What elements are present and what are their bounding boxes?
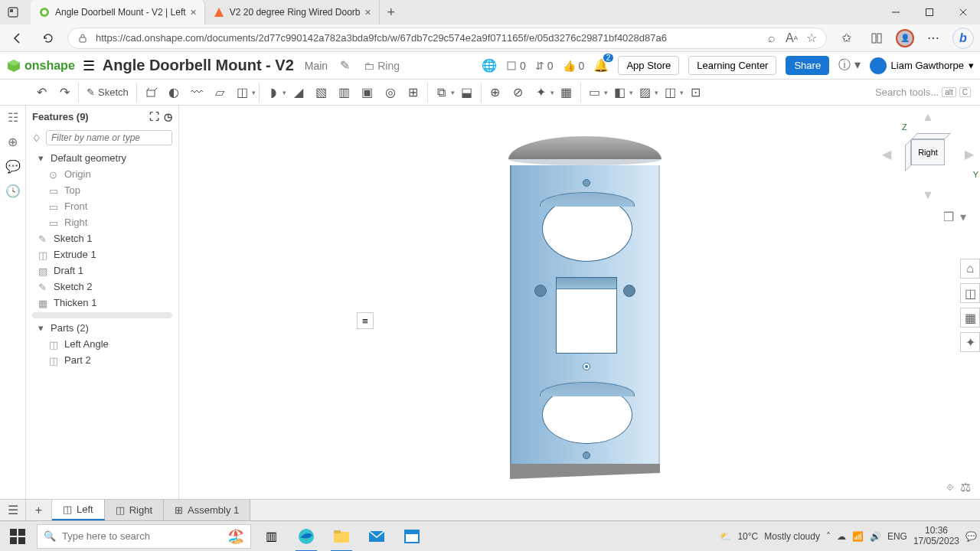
- likes-count[interactable]: 👍0: [563, 60, 585, 72]
- learning-center-button[interactable]: Learning Center: [688, 56, 776, 75]
- maximize-button[interactable]: [913, 0, 946, 24]
- 3d-viewport[interactable]: ≡ ▲ ◀ ▶ ▼: [179, 106, 980, 499]
- frame-icon[interactable]: ⊡: [685, 83, 707, 103]
- feature-tree-icon[interactable]: ☷: [5, 109, 21, 126]
- hole-icon[interactable]: ◎: [380, 83, 401, 103]
- part-tab-left[interactable]: ◫Left: [52, 500, 105, 520]
- move-face-icon[interactable]: ▦: [556, 83, 577, 103]
- section-icon[interactable]: ◧: [609, 83, 631, 103]
- back-button[interactable]: [6, 27, 29, 50]
- bing-button[interactable]: b: [952, 28, 974, 49]
- tab-manager-button[interactable]: ☰: [0, 500, 26, 520]
- side-tool-4[interactable]: ✦: [960, 332, 980, 352]
- filter-input[interactable]: [46, 130, 172, 145]
- collapse-panel-button[interactable]: ≡: [357, 312, 374, 329]
- weather-icon[interactable]: ⛅: [720, 531, 731, 542]
- feature-extrude1[interactable]: ◫Extrude 1: [26, 246, 178, 262]
- links-count[interactable]: ⇵0: [535, 60, 554, 72]
- clock[interactable]: 10:36 17/05/2023: [913, 526, 959, 546]
- draft-icon[interactable]: ▧: [311, 83, 332, 103]
- comment-icon[interactable]: 💬: [5, 158, 21, 174]
- folder-tag[interactable]: 🗀 Ring: [364, 60, 400, 72]
- wifi-icon[interactable]: 📶: [852, 531, 864, 542]
- profile-icon[interactable]: 👤: [896, 29, 914, 47]
- feature-sketch1[interactable]: ✎Sketch 1: [26, 230, 178, 246]
- default-geometry-group[interactable]: ▾ Default geometry: [26, 150, 178, 166]
- expand-icon[interactable]: ⛶: [149, 111, 159, 122]
- rollback-icon[interactable]: ◷: [164, 111, 172, 122]
- parts-group[interactable]: ▾ Parts (2): [26, 320, 178, 336]
- units-icon[interactable]: ⟐: [946, 480, 954, 494]
- extrude-icon[interactable]: [140, 83, 162, 103]
- transform-icon[interactable]: ⊕: [485, 83, 506, 103]
- tray-chevron-icon[interactable]: ˄: [826, 531, 831, 542]
- edge-app-icon[interactable]: [291, 521, 322, 552]
- part-2[interactable]: ◫Part 2: [26, 352, 178, 368]
- address-bar[interactable]: https://cad.onshape.com/documents/2d77c9…: [67, 28, 827, 49]
- start-button[interactable]: [3, 522, 32, 551]
- side-tool-3[interactable]: ▦: [960, 308, 980, 328]
- rename-icon[interactable]: ✎: [340, 58, 350, 73]
- close-window-button[interactable]: [946, 0, 980, 24]
- view-menu-icon[interactable]: ▾: [960, 210, 966, 224]
- front-plane-item[interactable]: ▭Front: [26, 198, 178, 214]
- side-tool-2[interactable]: ◫: [960, 283, 980, 303]
- measure-icon[interactable]: ⚖: [960, 480, 971, 494]
- feature-thicken1[interactable]: ▦Thicken 1: [26, 295, 178, 311]
- refresh-button[interactable]: [37, 27, 60, 50]
- explorer-app-icon[interactable]: [326, 521, 357, 552]
- action-center-icon[interactable]: 💬: [965, 531, 977, 542]
- redo-button[interactable]: ↷: [54, 83, 75, 103]
- right-plane-item[interactable]: ▭Right: [26, 214, 178, 230]
- user-menu[interactable]: Liam Gawthorpe ▾: [870, 57, 974, 74]
- rib-icon[interactable]: ▥: [334, 83, 355, 103]
- boolean-icon[interactable]: ⧉: [431, 83, 452, 103]
- sweep-icon[interactable]: 〰: [186, 83, 207, 103]
- rollback-bar[interactable]: [32, 312, 172, 318]
- share-button[interactable]: Share: [786, 56, 829, 75]
- modify-icon[interactable]: ✦: [531, 83, 552, 103]
- notifications-icon[interactable]: 🔔2: [593, 58, 609, 73]
- view-cube[interactable]: ▲ ◀ ▶ ▼ Right Z Y: [882, 110, 974, 202]
- fillet-icon[interactable]: ◗: [263, 83, 284, 103]
- onshape-logo[interactable]: onshape: [6, 58, 75, 73]
- tab-actions-icon[interactable]: [0, 0, 26, 24]
- browser-tab-1[interactable]: Angle Doorbell Mount - V2 | Left ×: [31, 0, 205, 24]
- close-icon[interactable]: ×: [191, 6, 197, 18]
- plane-icon[interactable]: ▭: [584, 83, 606, 103]
- favorites-icon[interactable]: ✩: [835, 27, 858, 50]
- menu-icon[interactable]: ☰: [83, 57, 95, 74]
- search-tools[interactable]: Search tools... alt C: [869, 86, 977, 98]
- part-tab-right[interactable]: ◫Right: [105, 500, 164, 520]
- insert-icon[interactable]: ⊕: [5, 133, 21, 150]
- side-tool-1[interactable]: ⌂: [960, 259, 980, 279]
- appstore-button[interactable]: App Store: [618, 56, 679, 75]
- thicken-icon[interactable]: ◫: [232, 83, 253, 103]
- sheet-metal-icon[interactable]: ◫: [660, 83, 681, 103]
- favorite-icon[interactable]: ☆: [805, 31, 818, 45]
- top-plane-item[interactable]: ▭Top: [26, 182, 178, 198]
- calendar-app-icon[interactable]: [397, 521, 427, 552]
- language-indicator[interactable]: ENG: [887, 531, 907, 542]
- document-title[interactable]: Angle Doorbell Mount - V2: [103, 57, 294, 74]
- part-tab-assembly[interactable]: ⊞Assembly 1: [164, 500, 250, 520]
- add-tab-button[interactable]: +: [26, 500, 52, 520]
- references-count[interactable]: 0: [506, 60, 526, 72]
- volume-icon[interactable]: 🔊: [870, 531, 881, 542]
- branch-name[interactable]: Main: [305, 60, 328, 72]
- pattern-icon[interactable]: ⊞: [403, 83, 424, 103]
- browser-tab-2[interactable]: V2 20 degree Ring Wired Doorb ×: [205, 0, 380, 24]
- onedrive-icon[interactable]: ☁: [837, 531, 846, 542]
- part-left-angle[interactable]: ◫Left Angle: [26, 336, 178, 352]
- delete-face-icon[interactable]: ⊘: [508, 83, 529, 103]
- text-size-icon[interactable]: AA: [785, 31, 799, 45]
- feature-draft1[interactable]: ▧Draft 1: [26, 262, 178, 279]
- close-icon[interactable]: ×: [365, 6, 371, 18]
- taskbar-search[interactable]: 🔍 Type here to search 🏖️: [37, 524, 251, 549]
- new-tab-button[interactable]: +: [380, 0, 403, 24]
- more-icon[interactable]: ⋯: [922, 27, 945, 50]
- filter-icon[interactable]: ♢: [32, 132, 41, 144]
- reader-icon[interactable]: ⌕: [765, 31, 779, 45]
- chamfer-icon[interactable]: ◢: [288, 83, 309, 103]
- loft-icon[interactable]: ▱: [209, 83, 230, 103]
